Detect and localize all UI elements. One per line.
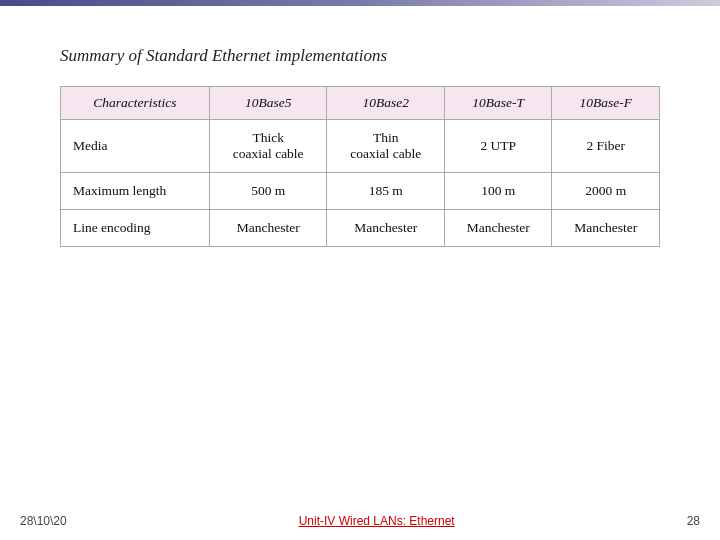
col-header-characteristics: Characteristics — [61, 87, 210, 120]
media-10baset: 2 UTP — [445, 120, 552, 173]
footer: 28\10\20 Unit-IV Wired LANs: Ethernet 28 — [0, 514, 720, 528]
footer-unit-suffix: Wired LANs: Ethernet — [335, 514, 454, 528]
footer-unit-label: Unit-IV — [299, 514, 336, 528]
maxlength-10baset: 100 m — [445, 173, 552, 210]
footer-center: Unit-IV Wired LANs: Ethernet — [299, 514, 455, 528]
ethernet-table: Characteristics 10Base5 10Base2 10Base-T… — [60, 86, 660, 247]
maxlength-10basef: 2000 m — [552, 173, 660, 210]
lineenc-10basef: Manchester — [552, 210, 660, 247]
table-row: Media Thickcoaxial cable Thincoaxial cab… — [61, 120, 660, 173]
maxlength-10base2: 185 m — [327, 173, 445, 210]
col-header-10baset: 10Base-T — [445, 87, 552, 120]
slide-title: Summary of Standard Ethernet implementat… — [60, 46, 660, 66]
table-row: Line encoding Manchester Manchester Manc… — [61, 210, 660, 247]
footer-left: 28\10\20 — [20, 514, 67, 528]
col-header-10base2: 10Base2 — [327, 87, 445, 120]
footer-right: 28 — [687, 514, 700, 528]
col-header-10base5: 10Base5 — [209, 87, 327, 120]
col-header-10basef: 10Base-F — [552, 87, 660, 120]
table-row: Maximum length 500 m 185 m 100 m 2000 m — [61, 173, 660, 210]
lineenc-10base2: Manchester — [327, 210, 445, 247]
media-10base2: Thincoaxial cable — [327, 120, 445, 173]
maxlength-label: Maximum length — [61, 173, 210, 210]
media-10basef: 2 Fiber — [552, 120, 660, 173]
media-10base5: Thickcoaxial cable — [209, 120, 327, 173]
lineenc-label: Line encoding — [61, 210, 210, 247]
media-label: Media — [61, 120, 210, 173]
slide-content: Summary of Standard Ethernet implementat… — [0, 6, 720, 500]
lineenc-10baset: Manchester — [445, 210, 552, 247]
maxlength-10base5: 500 m — [209, 173, 327, 210]
table-header-row: Characteristics 10Base5 10Base2 10Base-T… — [61, 87, 660, 120]
lineenc-10base5: Manchester — [209, 210, 327, 247]
